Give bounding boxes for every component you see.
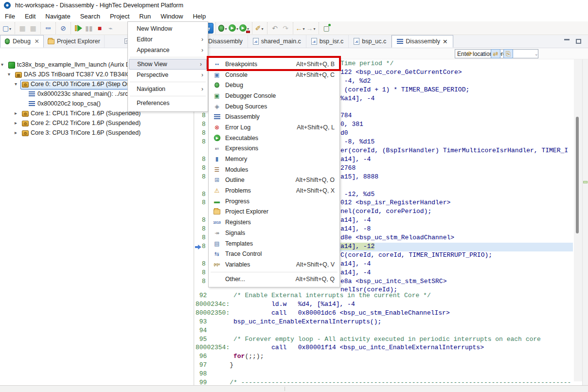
forward-icon[interactable]: →▾ (306, 23, 317, 34)
save-icon[interactable]: ▦ (17, 23, 28, 34)
menu-item-appearance[interactable]: Appearance› (128, 45, 208, 55)
build-binary-icon[interactable]: 010 (43, 23, 53, 34)
show-view-item-variables[interactable]: (x)=VariablesAlt+Shift+Q, V (209, 259, 339, 270)
show-view-item-expressions[interactable]: x=Expressions (209, 143, 339, 154)
refresh-view-icon[interactable]: ⟳ (465, 49, 475, 58)
show-view-item-debugger-console[interactable]: ▣Debugger Console (209, 90, 339, 101)
next-edit-location-icon[interactable]: ↷ (280, 23, 291, 34)
show-view-item-problems[interactable]: ⚠ProblemsAlt+Shift+Q, X (209, 185, 339, 196)
close-icon[interactable]: ✕ (443, 38, 447, 45)
pin-editor-icon[interactable]: ▢ (321, 23, 332, 34)
menu-search[interactable]: Search (75, 11, 105, 21)
show-view-submenu: ●●BreakpointsAlt+Shift+Q, B▣ConsoleAlt+S… (208, 57, 340, 287)
show-view-item-debug-sources[interactable]: ◈Debug Sources (209, 101, 339, 112)
external-tools-icon[interactable]: ✐▾ (254, 23, 265, 34)
tree-row[interactable]: ▸⚙Core 2: CPU2 TriCore 1.6P (Suspended) (0, 119, 193, 128)
menu-item-label: Console (225, 71, 296, 78)
menu-item-label: Memory (225, 156, 335, 162)
menu-item-label: Debugger Console (225, 92, 335, 99)
debug-icon[interactable]: ▾ (218, 23, 229, 34)
gutter-address-digit: 8 (202, 234, 206, 241)
profile-icon[interactable]: ▶▾ (239, 23, 250, 34)
expander-open-icon[interactable]: ▾ (1, 62, 3, 67)
show-view-item-signals[interactable]: ↠Signals (209, 228, 339, 238)
editor-tab-label: shared_main.c (261, 38, 301, 45)
show-view-item-executables[interactable]: ▶Executables (209, 133, 339, 143)
bug-icon (5, 38, 10, 44)
show-view-item-other---[interactable]: Other...Alt+Shift+Q, Q (209, 274, 339, 285)
disassembly-icon (213, 113, 221, 121)
run-icon[interactable]: ▶▾ (229, 23, 239, 34)
show-view-item-trace-control[interactable]: ⇆Trace Control (209, 249, 339, 259)
menu-file[interactable]: File (0, 11, 20, 21)
menu-item-show-view[interactable]: Show View› (129, 59, 207, 70)
menu-project[interactable]: Project (105, 11, 134, 21)
menu-run[interactable]: Run (134, 11, 156, 21)
show-view-item-console[interactable]: ▣ConsoleAlt+Shift+Q, C (209, 70, 339, 80)
editor-tab-disassembly[interactable]: Disassembly✕ (392, 35, 453, 48)
menu-item-editor[interactable]: Editor› (128, 34, 208, 45)
menu-item-navigation[interactable]: Navigation› (128, 84, 208, 94)
menu-window[interactable]: Window (156, 11, 188, 21)
resume-icon[interactable] (73, 23, 84, 34)
tree-row-label: Core 0: CPU0 TriCore 1.6P (Step Out) (31, 81, 134, 88)
suspend-icon[interactable]: ▮▮ (84, 23, 94, 34)
menu-item-label: Other... (225, 276, 295, 283)
menu-navigate[interactable]: Navigate (40, 11, 75, 21)
show-view-item-disassembly[interactable]: Disassembly (209, 111, 339, 122)
view-tab-debug[interactable]: Debug✕ (0, 35, 44, 48)
menu-separator (128, 55, 208, 59)
menu-help[interactable]: Help (188, 11, 211, 21)
show-view-item-error-log[interactable]: ⊗Error LogAlt+Shift+Q, L (209, 122, 339, 133)
menu-item-preferences[interactable]: Preferences (128, 98, 208, 108)
save-all-icon[interactable]: ▦ (28, 23, 38, 34)
sync-context-icon[interactable]: ⇄ (491, 49, 500, 58)
back-icon[interactable]: ←▾ (295, 23, 306, 34)
editor-tab-shared_main-c[interactable]: .cshared_main.c (248, 35, 306, 48)
show-view-item-progress[interactable]: ▬Progress (209, 196, 339, 207)
skip-all-breakpoints-icon[interactable]: ⊘ (58, 23, 69, 34)
expander-closed-icon[interactable]: ▸ (15, 130, 17, 135)
show-view-item-debug[interactable]: Debug (209, 80, 339, 90)
home-icon[interactable]: ⌂ (478, 49, 488, 58)
expander-closed-icon[interactable]: ▸ (15, 120, 17, 125)
terminate-icon[interactable]: ■ (94, 23, 105, 34)
tree-row-label: Core 3: CPU3 TriCore 1.6P (Suspended) (31, 129, 141, 136)
show-view-item-breakpoints[interactable]: ●●BreakpointsAlt+Shift+Q, B (209, 59, 339, 70)
show-view-item-project-explorer[interactable]: Project Explorer (209, 207, 339, 217)
gutter-address-digit: 8 (202, 216, 206, 224)
disconnect-icon[interactable]: ⌁ (105, 23, 116, 34)
gutter-address-digit: 8 (202, 260, 206, 267)
tree-row[interactable]: ▸⚙Core 3: CPU3 TriCore 1.6P (Suspended) (0, 128, 193, 138)
track-expression-icon[interactable]: ⎘ (503, 49, 513, 58)
registers-icon: 1010 (213, 218, 221, 226)
minimize-icon[interactable] (564, 39, 570, 40)
code-text: 784 (340, 112, 352, 119)
show-view-item-registers[interactable]: 1010Registers (209, 217, 339, 228)
menu-item-perspective[interactable]: Perspective› (128, 70, 208, 80)
launch-config-icon (8, 62, 15, 69)
menu-item-label: Trace Control (225, 250, 335, 257)
code-text: (coreId + 1) * TIMER_BASE_PERIOD; (340, 86, 469, 93)
outline-icon: ⊞ (213, 176, 221, 184)
last-edit-location-icon[interactable]: ↶ (269, 23, 280, 34)
new-wizard-icon[interactable]: ▢▾ (2, 23, 13, 34)
overview-marker[interactable] (583, 181, 588, 183)
expander-open-icon[interactable]: ▾ (15, 81, 17, 87)
chevron-down-icon[interactable]: ⌄ (535, 52, 540, 56)
show-view-item-modules[interactable]: ☰Modules (209, 164, 339, 175)
editor-tab-bsp_uc-c[interactable]: .cbsp_uc.c (349, 35, 392, 48)
show-view-item-templates[interactable]: ▤Templates (209, 238, 339, 249)
vertical-scrollbar-thumb[interactable] (576, 117, 579, 233)
menu-edit[interactable]: Edit (20, 11, 40, 21)
expander-open-icon[interactable]: ▾ (8, 71, 10, 77)
view-tab-project-explorer[interactable]: Project Explorer (44, 35, 105, 48)
editor-tab-bsp_isr-c[interactable]: .cbsp_isr.c (306, 35, 349, 48)
close-icon[interactable]: ✕ (35, 38, 39, 45)
editor-tab-label: Disassembly (406, 38, 440, 45)
menu-item-new-window[interactable]: New Window (128, 23, 208, 34)
expander-closed-icon[interactable]: ▸ (15, 110, 17, 116)
maximize-icon[interactable] (576, 39, 581, 44)
show-view-item-outline[interactable]: ⊞OutlineAlt+Shift+Q, O (209, 175, 339, 186)
show-view-item-memory[interactable]: ▮Memory (209, 154, 339, 164)
